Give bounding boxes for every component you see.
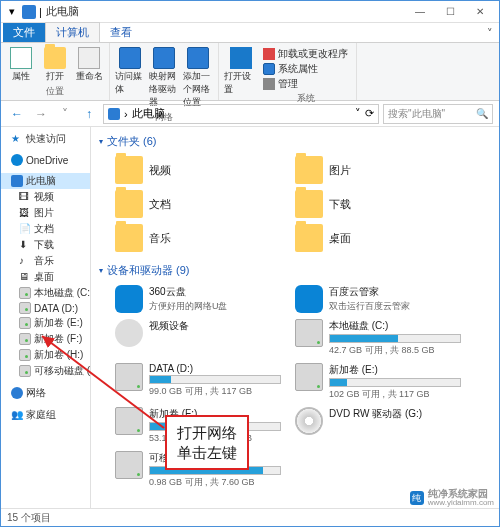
folder-videos[interactable]: 视频 — [113, 154, 283, 186]
folder-downloads[interactable]: 下载 — [293, 188, 463, 220]
sidebar-item-videos[interactable]: 🎞视频 — [1, 189, 90, 205]
sidebar-item-thispc[interactable]: 此电脑 — [1, 173, 90, 189]
ribbon-body: 属性 打开 重命名 位置 访问媒体 映射网络驱动器 添加一个网络位置 网络 打开… — [1, 43, 499, 101]
watermark: 纯 纯净系统家园 www.yidaimm.com — [410, 489, 494, 507]
sidebar-item-removable-h[interactable]: 可移动磁盘 (H:) — [1, 363, 90, 379]
ribbon-properties-button[interactable]: 属性 — [5, 45, 37, 85]
minimize-button[interactable]: — — [405, 2, 435, 22]
sidebar-item-downloads[interactable]: ⬇下载 — [1, 237, 90, 253]
ribbon-collapse-button[interactable]: ˅ — [481, 25, 499, 42]
qat-icon[interactable]: ▾ — [5, 5, 19, 19]
usage-bar — [329, 378, 461, 387]
drive-e[interactable]: 新加卷 (E:)102 GB 可用 , 共 117 GB — [293, 361, 463, 403]
drive-c[interactable]: 本地磁盘 (C:)42.7 GB 可用 , 共 88.5 GB — [293, 317, 463, 359]
tab-computer[interactable]: 计算机 — [45, 22, 100, 42]
drive-icon — [19, 302, 31, 314]
folder-icon: 🎞 — [19, 191, 31, 203]
nav-up-button[interactable]: ↑ — [79, 104, 99, 124]
ribbon-manage-item[interactable]: 管理 — [263, 77, 348, 91]
address-bar[interactable]: › 此电脑 ˅ ⟳ — [103, 104, 379, 124]
ribbon-tabs: 文件 计算机 查看 ˅ — [1, 23, 499, 43]
content-pane: ▾文件夹 (6) 视频 图片 文档 下载 音乐 桌面 ▾设备和驱动器 (9) 3… — [91, 127, 499, 508]
folder-icon — [295, 156, 323, 184]
ribbon-open-button[interactable]: 打开 — [39, 45, 71, 85]
watermark-url: www.yidaimm.com — [428, 499, 494, 507]
sidebar-item-desktop[interactable]: 🖥桌面 — [1, 269, 90, 285]
group-header-folders[interactable]: ▾文件夹 (6) — [99, 131, 491, 152]
nav-recent-button[interactable]: ˅ — [55, 104, 75, 124]
device-video[interactable]: 视频设备 — [113, 317, 283, 359]
folder-icon — [295, 190, 323, 218]
ribbon-uninstall-item[interactable]: 卸载或更改程序 — [263, 47, 348, 61]
folder-icon: ♪ — [19, 255, 31, 267]
nav-forward-button[interactable]: → — [31, 104, 51, 124]
folder-icon — [115, 190, 143, 218]
folder-icon — [115, 156, 143, 184]
group-header-drives[interactable]: ▾设备和驱动器 (9) — [99, 260, 491, 281]
sidebar: ★快速访问 OneDrive 此电脑 🎞视频 🖼图片 📄文档 ⬇下载 ♪音乐 🖥… — [1, 127, 91, 508]
address-sep: › — [124, 108, 128, 120]
folder-music[interactable]: 音乐 — [113, 222, 283, 254]
manage-icon — [263, 78, 275, 90]
folder-documents[interactable]: 文档 — [113, 188, 283, 220]
sidebar-item-drive-h[interactable]: 新加卷 (H:) — [1, 347, 90, 363]
drive-icon — [295, 319, 323, 347]
sidebar-item-network[interactable]: 网络 — [1, 385, 90, 401]
search-placeholder: 搜索"此电脑" — [388, 107, 445, 121]
sidebar-item-music[interactable]: ♪音乐 — [1, 253, 90, 269]
pc-icon — [11, 175, 23, 187]
annotation-line1: 打开网络 — [177, 423, 237, 443]
properties-icon — [10, 47, 32, 69]
ribbon-rename-button[interactable]: 重命名 — [73, 45, 105, 85]
sidebar-item-drive-c[interactable]: 本地磁盘 (C:) — [1, 285, 90, 301]
drive-dvd-g[interactable]: DVD RW 驱动器 (G:) — [293, 405, 463, 447]
drive-icon — [115, 363, 143, 391]
drive-d[interactable]: DATA (D:)99.0 GB 可用 , 共 117 GB — [113, 361, 283, 403]
star-icon: ★ — [11, 133, 23, 145]
app-baiducloud[interactable]: 百度云管家双击运行百度云管家 — [293, 283, 463, 315]
drive-icon — [19, 333, 31, 345]
uninstall-icon — [263, 48, 275, 60]
pc-icon — [22, 5, 36, 19]
folder-icon — [115, 224, 143, 252]
folder-icon: 🖥 — [19, 271, 31, 283]
search-input[interactable]: 搜索"此电脑" 🔍 — [383, 104, 493, 124]
sidebar-item-pictures[interactable]: 🖼图片 — [1, 205, 90, 221]
status-text: 15 个项目 — [7, 511, 51, 525]
drive-icon — [115, 407, 143, 435]
usage-bar — [149, 375, 281, 384]
drive-icon — [19, 317, 31, 329]
tab-file[interactable]: 文件 — [3, 23, 45, 42]
annotation-box: 打开网络 单击左键 — [165, 415, 249, 470]
media-icon — [119, 47, 141, 69]
maximize-button[interactable]: ☐ — [435, 2, 465, 22]
add-location-icon — [187, 47, 209, 69]
homegroup-icon: 👥 — [11, 409, 23, 421]
rename-icon — [78, 47, 100, 69]
address-dropdown-button[interactable]: ˅ — [355, 107, 361, 120]
nav-back-button[interactable]: ← — [7, 104, 27, 124]
drives-grid: 360云盘方便好用的网络U盘 百度云管家双击运行百度云管家 视频设备 本地磁盘 … — [99, 281, 491, 497]
watermark-logo-icon: 纯 — [410, 491, 424, 505]
app-360cloud[interactable]: 360云盘方便好用的网络U盘 — [113, 283, 283, 315]
ribbon-open-settings-button[interactable]: 打开设置 — [223, 45, 259, 98]
drive-icon — [19, 287, 31, 299]
close-button[interactable]: ✕ — [465, 2, 495, 22]
sidebar-item-documents[interactable]: 📄文档 — [1, 221, 90, 237]
ribbon-group-system: 打开设置 卸载或更改程序 系统属性 管理 系统 — [219, 43, 357, 100]
sidebar-item-drive-d[interactable]: DATA (D:) — [1, 301, 90, 315]
sidebar-item-quickaccess[interactable]: ★快速访问 — [1, 131, 90, 147]
folder-icon — [295, 224, 323, 252]
sidebar-item-homegroup[interactable]: 👥家庭组 — [1, 407, 90, 423]
folder-desktop[interactable]: 桌面 — [293, 222, 463, 254]
folder-pictures[interactable]: 图片 — [293, 154, 463, 186]
map-drive-icon — [153, 47, 175, 69]
refresh-button[interactable]: ⟳ — [365, 107, 374, 120]
chevron-down-icon: ▾ — [99, 266, 103, 275]
ribbon-sysprops-item[interactable]: 系统属性 — [263, 62, 348, 76]
folders-grid: 视频 图片 文档 下载 音乐 桌面 — [99, 152, 491, 260]
tab-view[interactable]: 查看 — [100, 23, 142, 42]
sidebar-item-drive-e[interactable]: 新加卷 (E:) — [1, 315, 90, 331]
sidebar-item-drive-f[interactable]: 新加卷 (F:) — [1, 331, 90, 347]
sidebar-item-onedrive[interactable]: OneDrive — [1, 153, 90, 167]
